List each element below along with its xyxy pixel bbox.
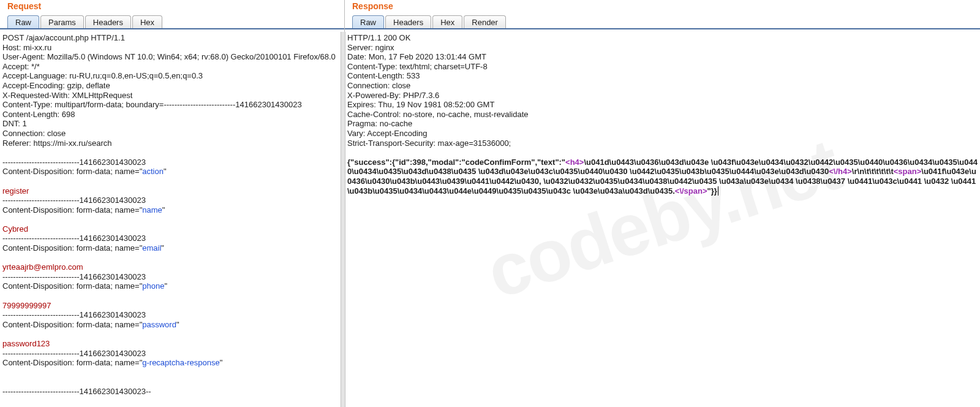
response-panel: Response Raw Headers Hex Render HTTP/1.1… [345, 0, 980, 407]
request-line: 79999999997 [2, 301, 342, 311]
tab-response-render[interactable]: Render [464, 15, 506, 28]
response-line: Vary: Accept-Encoding [347, 129, 978, 139]
request-line: Cybred [2, 224, 342, 234]
response-title: Response [345, 0, 980, 13]
request-line: DNT: 1 [2, 119, 342, 129]
request-line: Host: mi-xx.ru [2, 43, 342, 53]
request-line [2, 177, 342, 186]
request-line [2, 368, 342, 378]
request-line: User-Agent: Mozilla/5.0 (Windows NT 10.0… [2, 52, 342, 62]
request-line: Content-Length: 698 [2, 110, 342, 120]
response-line: Cache-Control: no-store, no-cache, must-… [347, 110, 978, 120]
request-content[interactable]: POST /ajax/account.php HTTP/1.1Host: mi-… [0, 29, 344, 407]
request-line [2, 291, 342, 301]
response-line: X-Powered-By: PHP/7.3.6 [347, 91, 978, 101]
response-line: Date: Mon, 17 Feb 2020 13:01:44 GMT [347, 52, 978, 62]
request-line: yrteaajrb@emlpro.com [2, 262, 342, 272]
tab-response-raw[interactable]: Raw [352, 15, 384, 28]
request-line: -----------------------------14166230143… [2, 272, 342, 282]
response-line: Expires: Thu, 19 Nov 1981 08:52:00 GMT [347, 100, 978, 110]
request-line: password123 [2, 339, 342, 349]
request-line: Content-Disposition: form-data; name="ac… [2, 167, 342, 177]
response-line: Strict-Transport-Security: max-age=31536… [347, 139, 978, 148]
request-line: -----------------------------14166230143… [2, 196, 342, 205]
response-line: Pragma: no-cache [347, 119, 978, 129]
request-line [2, 253, 342, 263]
request-line: Accept-Encoding: gzip, deflate [2, 81, 342, 91]
request-line: -----------------------------14166230143… [2, 310, 342, 320]
tab-request-headers[interactable]: Headers [85, 15, 131, 28]
request-panel: Request Raw Params Headers Hex POST /aja… [0, 0, 345, 407]
request-line: Accept-Language: ru-RU,ru;q=0.8,en-US;q=… [2, 71, 342, 81]
request-line: Content-Disposition: form-data; name="na… [2, 205, 342, 215]
response-tabs: Raw Headers Hex Render [345, 13, 980, 29]
request-line: register [2, 186, 342, 196]
request-title: Request [0, 0, 344, 13]
request-line [2, 148, 342, 158]
request-line: -----------------------------14166230143… [2, 234, 342, 243]
response-line: Content-Type: text/html; charset=UTF-8 [347, 62, 978, 72]
response-content[interactable]: HTTP/1.1 200 OKServer: nginxDate: Mon, 1… [345, 29, 980, 407]
response-line: Server: nginx [347, 43, 978, 53]
response-line: {"success":{"id":398,"modal":"codeConfim… [347, 158, 978, 196]
response-line: Content-Length: 533 [347, 71, 978, 81]
request-line [2, 329, 342, 339]
tab-request-raw[interactable]: Raw [7, 15, 39, 28]
request-line: Accept: */* [2, 62, 342, 72]
request-line: Content-Type: multipart/form-data; bound… [2, 100, 342, 110]
response-line: HTTP/1.1 200 OK [347, 33, 978, 43]
request-line: POST /ajax/account.php HTTP/1.1 [2, 33, 342, 43]
request-line: Referer: https://mi-xx.ru/search [2, 139, 342, 148]
tab-response-headers[interactable]: Headers [385, 15, 431, 28]
response-line [347, 148, 978, 158]
tab-request-hex[interactable]: Hex [132, 15, 162, 28]
request-line: X-Requested-With: XMLHttpRequest [2, 91, 342, 101]
request-line: -----------------------------14166230143… [2, 387, 342, 397]
request-line: -----------------------------14166230143… [2, 158, 342, 167]
request-line: -----------------------------14166230143… [2, 349, 342, 359]
request-line [2, 377, 342, 387]
tab-request-params[interactable]: Params [40, 15, 84, 28]
request-line: Connection: close [2, 129, 342, 139]
request-line: Content-Disposition: form-data; name="ph… [2, 281, 342, 291]
response-line: Connection: close [347, 81, 978, 91]
request-line: Content-Disposition: form-data; name="pa… [2, 320, 342, 330]
request-line [2, 215, 342, 224]
tab-response-hex[interactable]: Hex [432, 15, 462, 28]
request-line: Content-Disposition: form-data; name="g-… [2, 358, 342, 368]
request-line: Content-Disposition: form-data; name="em… [2, 243, 342, 253]
request-tabs: Raw Params Headers Hex [0, 13, 344, 29]
